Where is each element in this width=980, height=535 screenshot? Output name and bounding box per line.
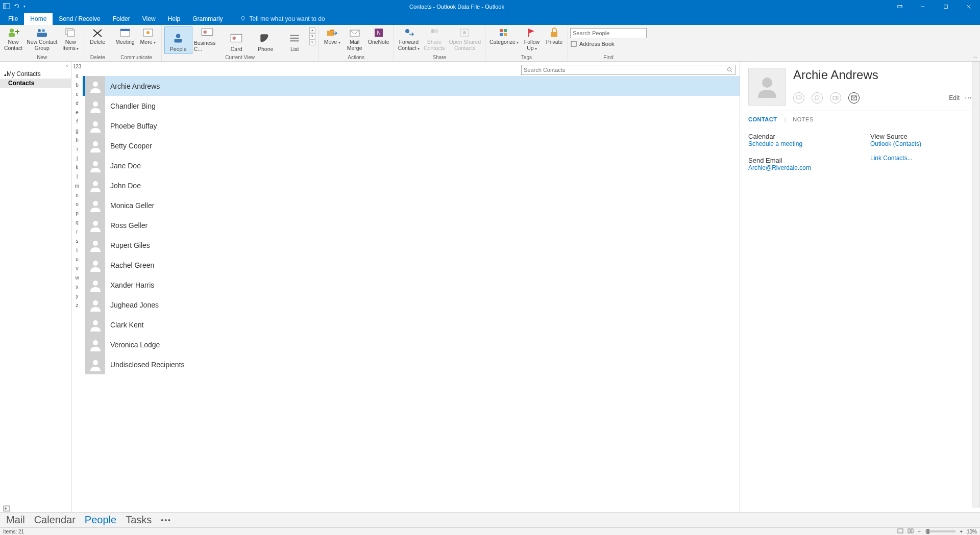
gallery-expand-icon[interactable]: ▿ <box>309 39 315 45</box>
alpha-v[interactable]: v <box>71 266 83 275</box>
reading-tab-contact[interactable]: CONTACT <box>748 116 777 122</box>
mail-merge-button[interactable]: Mail Merge <box>344 26 366 52</box>
email-link[interactable]: Archie@Riverdale.com <box>748 164 850 171</box>
categorize-button[interactable]: Categorize <box>487 26 521 46</box>
new-items-button[interactable]: New Items <box>59 26 82 52</box>
alpha-p[interactable]: p <box>71 211 83 220</box>
zoom-in-icon[interactable]: + <box>960 529 963 534</box>
tab-view[interactable]: View <box>136 13 162 25</box>
outlook-contacts-link[interactable]: Outlook (Contacts) <box>870 140 972 147</box>
link-contacts-link[interactable]: Link Contacts... <box>870 155 972 162</box>
contact-row[interactable]: Archie Andrews <box>83 76 740 96</box>
search-contacts-box[interactable] <box>521 65 736 75</box>
undo-icon[interactable] <box>13 3 20 11</box>
alpha-k[interactable]: k <box>71 165 83 174</box>
reading-tab-notes[interactable]: NOTES <box>793 116 813 122</box>
meeting-button[interactable]: Meeting <box>113 26 136 46</box>
alpha-l[interactable]: l <box>71 174 83 183</box>
collapse-ribbon-icon[interactable]: ︿ <box>973 53 978 60</box>
alpha-a[interactable]: a <box>71 73 83 82</box>
tab-home[interactable]: Home <box>24 13 53 25</box>
collapse-nav-icon[interactable]: ‹ <box>0 62 71 69</box>
contact-row[interactable]: Jane Doe <box>83 156 740 175</box>
contact-row[interactable]: Betty Cooper <box>83 136 740 156</box>
contact-row[interactable]: Clark Kent <box>83 315 740 335</box>
onenote-button[interactable]: N OneNote <box>366 26 391 46</box>
tell-me-search[interactable]: Tell me what you want to do <box>229 13 325 25</box>
alpha-c[interactable]: c <box>71 91 83 100</box>
im-icon[interactable] <box>793 92 804 104</box>
alpha-q[interactable]: q <box>71 220 83 229</box>
nav-section-my-contacts[interactable]: My Contacts <box>0 69 71 79</box>
search-people-input[interactable] <box>570 28 647 38</box>
contact-row[interactable]: Undisclosed Recipients <box>83 354 740 374</box>
maximize-icon[interactable] <box>934 0 957 13</box>
nav-mail[interactable]: Mail <box>6 514 25 526</box>
alpha-d[interactable]: d <box>71 100 83 110</box>
contact-row[interactable]: Veronica Lodge <box>83 335 740 354</box>
delete-button[interactable]: Delete <box>86 26 109 46</box>
edit-link[interactable]: Edit <box>949 94 960 101</box>
new-contact-button[interactable]: New Contact <box>2 26 24 52</box>
alpha-s[interactable]: s <box>71 238 83 247</box>
scrollbar[interactable] <box>972 62 980 507</box>
private-button[interactable]: Private <box>543 26 566 46</box>
alpha-m[interactable]: m <box>71 183 83 192</box>
alpha-h[interactable]: h <box>71 137 83 146</box>
view-normal-icon[interactable] <box>897 528 903 534</box>
move-button[interactable]: Move <box>321 26 344 46</box>
alpha-x[interactable]: x <box>71 284 83 293</box>
view-card[interactable]: Card <box>223 27 251 54</box>
alpha-z[interactable]: z <box>71 302 83 312</box>
contact-row[interactable]: Ross Geller <box>83 215 740 235</box>
gallery-scroll-down-icon[interactable]: ▾ <box>309 33 315 39</box>
more-button[interactable]: More <box>137 26 159 46</box>
view-business-card[interactable]: Business C... <box>193 27 222 54</box>
view-reading-icon[interactable] <box>908 528 914 534</box>
alpha-n[interactable]: n <box>71 192 83 201</box>
contact-row[interactable]: Rachel Green <box>83 255 740 275</box>
nav-calendar[interactable]: Calendar <box>34 514 76 526</box>
alpha-r[interactable]: r <box>71 229 83 238</box>
alphabet-index[interactable]: 123abcdefghijklmnopqrstuvwxyz <box>71 62 83 516</box>
new-contact-group-button[interactable]: New Contact Group <box>24 26 59 52</box>
tab-help[interactable]: Help <box>162 13 187 25</box>
gallery-scroll-up-icon[interactable]: ▴ <box>309 27 315 33</box>
search-contacts-input[interactable] <box>524 67 727 73</box>
contact-row[interactable]: Monica Geller <box>83 195 740 215</box>
zoom-out-icon[interactable]: − <box>918 529 921 534</box>
nav-tasks[interactable]: Tasks <box>126 514 152 526</box>
alpha-y[interactable]: y <box>71 293 83 302</box>
address-book-button[interactable]: Address Book <box>570 40 614 47</box>
schedule-meeting-link[interactable]: Schedule a meeting <box>748 140 850 147</box>
phone-icon[interactable] <box>812 92 823 104</box>
alpha-j[interactable]: j <box>71 156 83 165</box>
view-people[interactable]: People <box>164 27 192 54</box>
zoom-slider[interactable] <box>925 530 955 532</box>
contact-row[interactable]: Jughead Jones <box>83 295 740 315</box>
contact-row[interactable]: John Doe <box>83 175 740 195</box>
contact-row[interactable]: Phoebe Buffay <box>83 116 740 136</box>
alpha-o[interactable]: o <box>71 201 83 211</box>
email-icon[interactable] <box>848 92 860 104</box>
close-icon[interactable] <box>957 0 980 13</box>
contact-row[interactable]: Xander Harris <box>83 275 740 295</box>
nav-people[interactable]: People <box>85 514 116 526</box>
minimize-icon[interactable] <box>911 0 934 13</box>
alpha-b[interactable]: b <box>71 82 83 91</box>
forward-contact-button[interactable]: Forward Contact <box>396 26 422 52</box>
alpha-u[interactable]: u <box>71 257 83 266</box>
alpha-123[interactable]: 123 <box>71 64 83 73</box>
alpha-e[interactable]: e <box>71 110 83 119</box>
tab-file[interactable]: File <box>2 13 24 25</box>
more-actions-icon[interactable]: ⋯ <box>965 94 972 102</box>
alpha-f[interactable]: f <box>71 119 83 128</box>
alpha-t[interactable]: t <box>71 247 83 257</box>
nav-more-icon[interactable]: ••• <box>161 516 172 524</box>
alpha-g[interactable]: g <box>71 128 83 137</box>
alpha-w[interactable]: w <box>71 275 83 284</box>
ribbon-display-options-icon[interactable] <box>888 0 911 13</box>
follow-up-button[interactable]: Follow Up <box>521 26 543 52</box>
nav-item-contacts[interactable]: Contacts <box>0 79 71 88</box>
view-phone[interactable]: Phone <box>252 27 280 54</box>
